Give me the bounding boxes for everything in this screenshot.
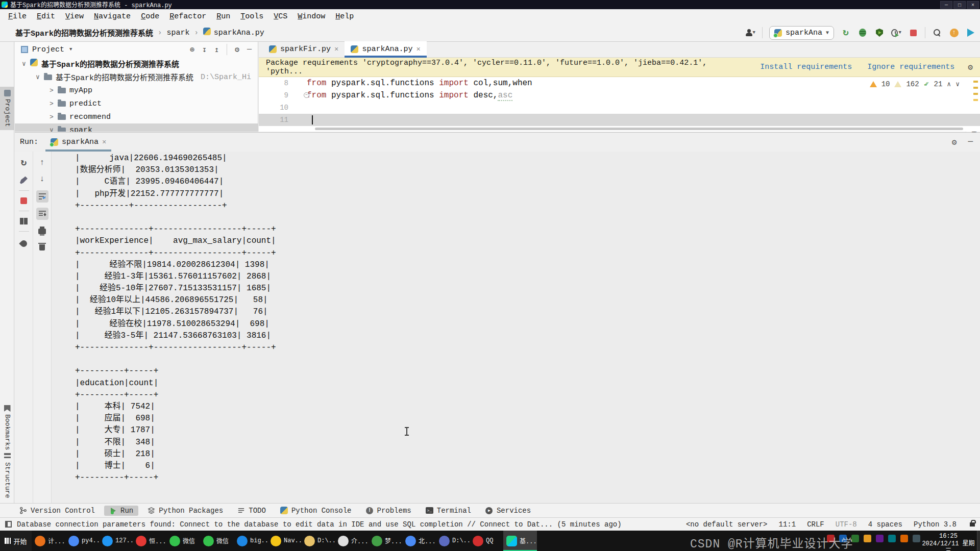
close-button[interactable]: × (967, 1, 979, 9)
up-stack-trace-icon[interactable]: ↑ (36, 157, 48, 169)
fold-icon[interactable]: − (304, 92, 309, 98)
status-widget[interactable]: CRLF (807, 520, 824, 529)
menu-navigate[interactable]: Navigate (89, 12, 136, 21)
locate-file-icon[interactable]: ⊕ (190, 45, 194, 55)
clear-all-icon[interactable] (36, 241, 48, 254)
start-button[interactable]: 开始 (0, 531, 32, 551)
search-everywhere-icon[interactable] (932, 28, 942, 38)
close-icon[interactable]: × (416, 45, 420, 54)
tree-node-item[interactable]: ∨基于Spark的招聘数据分析预测推荐系统D:\Spark_Hi (15, 70, 258, 84)
toolwindow-button-terminal[interactable]: >_Terminal (421, 506, 476, 516)
toolwindow-button-python-console[interactable]: Python Console (275, 506, 357, 516)
ignore-requirements-link[interactable]: Ignore requirements (867, 63, 954, 71)
status-widget[interactable]: <no default server> (686, 520, 768, 529)
run-console[interactable]: | java|22606.194690265485||数据分析师| 20353.… (52, 152, 980, 503)
tool-stripe-bookmarks[interactable]: Bookmarks (0, 402, 14, 453)
stop-button[interactable] (908, 28, 918, 38)
taskbar-app[interactable]: 北... (402, 531, 436, 551)
expand-all-icon[interactable]: ↧ (202, 45, 207, 55)
taskbar-app[interactable]: 计... (32, 531, 65, 551)
toolwindow-toggle-icon[interactable] (5, 521, 12, 528)
tree-node-item[interactable]: >recommend (15, 110, 258, 123)
chevron-open-icon[interactable]: ∨ (20, 60, 28, 68)
minimize-button[interactable]: ─ (940, 1, 952, 9)
lock-icon[interactable] (970, 522, 975, 527)
taskbar-app[interactable]: QQ (470, 531, 503, 551)
hide-panel-icon[interactable]: ─ (247, 45, 252, 54)
tool-stripe-structure[interactable]: Structure (0, 450, 14, 501)
menu-refactor[interactable]: Refactor (164, 12, 211, 21)
status-widget[interactable]: 4 spaces (868, 520, 902, 529)
install-requirements-link[interactable]: Install requirements (760, 63, 852, 71)
taskbar-app[interactable]: Nav... (267, 531, 301, 551)
chevron-closed-icon[interactable]: > (47, 87, 56, 94)
taskbar-app[interactable]: 基... (503, 531, 537, 551)
menu-tools[interactable]: Tools (235, 12, 268, 21)
tray-icon[interactable] (864, 535, 871, 542)
toolwindow-button-problems[interactable]: !Problems (361, 506, 416, 516)
user-icon[interactable]: ▼ (745, 28, 755, 38)
code-line-11[interactable]: 11 (259, 114, 980, 126)
breadcrumb-item[interactable]: 基于Spark的招聘数据分析预测推荐系统 (15, 27, 153, 38)
tree-node-spark[interactable]: ∨spark (15, 123, 258, 132)
toolwindow-button-version-control[interactable]: Version Control (14, 506, 100, 516)
menu-edit[interactable]: Edit (32, 12, 60, 21)
menu-file[interactable]: File (3, 12, 32, 21)
plugin-play-icon[interactable] (966, 28, 976, 38)
show-desktop-button[interactable] (977, 531, 980, 551)
next-problem-icon[interactable]: ∨ (955, 80, 960, 88)
editor-horizontal-scrollbar[interactable] (315, 128, 963, 130)
prev-problem-icon[interactable]: ∧ (947, 80, 951, 88)
tray-icon[interactable] (876, 535, 884, 542)
soft-wrap-icon[interactable] (36, 190, 48, 203)
menu-vcs[interactable]: VCS (268, 12, 292, 21)
taskbar-app[interactable]: 恒... (133, 531, 166, 551)
menu-help[interactable]: Help (330, 12, 359, 21)
status-widget[interactable]: 11:1 (779, 520, 796, 529)
banner-gear-icon[interactable]: ⚙ (968, 62, 973, 72)
breadcrumb-item[interactable]: spark (166, 29, 189, 37)
code-line-9[interactable]: 9−from pyspark.sql.functions import desc… (259, 89, 980, 102)
taskbar-app[interactable]: big... (234, 531, 267, 551)
menu-run[interactable]: Run (211, 12, 235, 21)
restore-layout-icon[interactable] (18, 215, 30, 227)
taskbar-app[interactable]: 介... (335, 531, 369, 551)
inspections-widget[interactable]: 10 162 ✓✓ 21 ∧ ∨ (870, 80, 960, 88)
status-widget[interactable]: Python 3.8 (914, 520, 957, 529)
taskbar-app[interactable]: py4... (65, 531, 99, 551)
close-icon[interactable]: × (102, 138, 106, 146)
hide-panel-icon[interactable]: ─ (968, 137, 973, 147)
pin-tab-icon[interactable] (18, 237, 30, 249)
stop-button[interactable] (18, 194, 30, 207)
chevron-open-icon[interactable]: ∨ (34, 73, 42, 81)
status-message[interactable]: Database connection parameters found: Co… (17, 520, 622, 529)
update-icon[interactable]: ↑ (949, 28, 959, 38)
gear-icon[interactable]: ⚙ (235, 45, 239, 55)
project-title[interactable]: Project (32, 45, 64, 54)
down-stack-trace-icon[interactable]: ↓ (36, 173, 48, 185)
run-configuration-select[interactable]: sparkAna ▼ (769, 26, 834, 40)
toolwindow-button-todo[interactable]: TODO (232, 506, 271, 516)
tree-node-item[interactable]: >predict (15, 97, 258, 110)
debug-button[interactable] (857, 28, 868, 38)
taskbar-app[interactable]: 微信 (166, 531, 200, 551)
coverage-button[interactable]: ▼ (891, 28, 901, 38)
taskbar-app[interactable]: D:\... (436, 531, 470, 551)
chevron-closed-icon[interactable]: > (47, 113, 56, 121)
tree-node-item[interactable]: >myApp (15, 84, 258, 97)
gear-icon[interactable]: ⚙ (952, 137, 957, 147)
print-icon[interactable] (36, 225, 48, 237)
menu-code[interactable]: Code (136, 12, 164, 21)
breadcrumb-item[interactable]: sparkAna.py (214, 29, 264, 37)
tool-stripe-project[interactable]: Project (0, 87, 14, 130)
collapse-all-icon[interactable]: ↥ (214, 45, 219, 55)
toolwindow-button-services[interactable]: ▶Services (480, 506, 536, 516)
chevron-open-icon[interactable]: ∨ (47, 126, 56, 132)
taskbar-app[interactable]: 梦... (369, 531, 402, 551)
code-line-10[interactable]: 10 (259, 102, 980, 114)
scroll-to-end-icon[interactable] (36, 208, 48, 220)
taskbar-app[interactable]: D:\... (301, 531, 335, 551)
tray-icon[interactable] (888, 535, 896, 542)
run-button[interactable]: ↻ (841, 28, 851, 38)
rerun-button[interactable]: ↻ (18, 157, 30, 169)
